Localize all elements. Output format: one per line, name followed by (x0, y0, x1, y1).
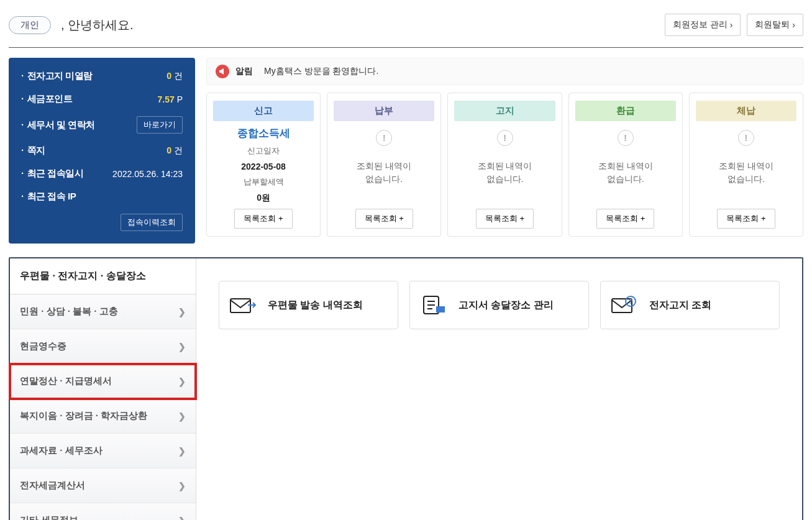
user-info-panel: 전자고지 미열람 0 건 세금포인트 7.57 P 세무서 및 연락처 바로가기… (9, 58, 195, 244)
side-item-3[interactable]: 복지이음 · 장려금 · 학자금상환 ❯ (10, 399, 196, 434)
chevron-right-icon: ❯ (178, 307, 186, 317)
side-item-label: 연말정산 · 지급명세서 (20, 375, 112, 387)
chevron-right-icon: ❯ (178, 516, 186, 521)
card-report-amount: 0원 (257, 193, 270, 204)
link-label: 전자고지 조회 (649, 299, 711, 312)
card-notice-empty: 조회된 내역이 없습니다. (478, 160, 532, 186)
chevron-right-icon: › (730, 20, 733, 30)
side-item-label: 현금영수증 (20, 340, 66, 352)
greeting-text: , 안녕하세요. (61, 17, 134, 34)
chevron-right-icon: ❯ (178, 481, 186, 491)
alert-text: My홈택스 방문을 환영합니다. (264, 66, 378, 77)
chevron-right-icon: ❯ (178, 446, 186, 456)
megaphone-icon (216, 65, 229, 78)
card-notice: 고지 ! 조회된 내역이 없습니다. 목록조회 + (447, 93, 562, 237)
card-arrears-list-button[interactable]: 목록조회 + (717, 209, 775, 229)
chevron-right-icon: ❯ (178, 376, 186, 386)
info-value-points: 7.57 (158, 94, 175, 104)
card-report-list-button[interactable]: 목록조회 + (234, 209, 292, 229)
mail-icon (229, 293, 257, 317)
login-history-button[interactable]: 접속이력조회 (121, 214, 183, 231)
summary-cards: 신고 종합소득세 신고일자 2022-05-08 납부할세액 0원 목록조회 +… (206, 93, 803, 237)
chevron-right-icon: ❯ (178, 411, 186, 421)
side-item-label: 전자세금계산서 (20, 480, 85, 491)
info-label-office: 세무서 및 연락처 (21, 119, 95, 131)
link-card-delivery[interactable]: 고지서 송달장소 관리 (409, 281, 589, 329)
side-item-label: 기타 세무정보 (20, 514, 78, 520)
office-shortcut-button[interactable]: 바로가기 (137, 116, 183, 134)
side-menu-head: 우편물 · 전자고지 · 송달장소 (10, 258, 196, 294)
card-refund-empty: 조회된 내역이 없습니다. (598, 160, 653, 186)
info-value-notices: 0 (167, 71, 171, 81)
side-item-0[interactable]: 민원 · 상담 · 불복 · 고충 ❯ (10, 294, 196, 329)
card-refund: 환급 ! 조회된 내역이 없습니다. 목록조회 + (568, 93, 683, 237)
chevron-right-icon: ❯ (178, 342, 186, 352)
card-payment-list-button[interactable]: 목록조회 + (355, 209, 413, 229)
info-label-lastip: 최근 접속 IP (21, 191, 76, 203)
card-head-refund: 환급 (575, 101, 676, 121)
manage-account-label: 회원정보 관리 (673, 19, 728, 30)
card-head-notice: 고지 (454, 101, 555, 121)
card-report-main: 종합소득세 (237, 126, 290, 140)
chevron-right-icon: › (792, 20, 795, 30)
card-arrears: 체납 ! 조회된 내역이 없습니다. 목록조회 + (689, 93, 803, 237)
side-item-label: 민원 · 상담 · 불복 · 고충 (20, 306, 118, 317)
withdraw-button[interactable]: 회원탈퇴 › (747, 14, 803, 36)
svg-rect-0 (230, 299, 250, 312)
side-item-2[interactable]: 연말정산 · 지급명세서 ❯ (10, 364, 196, 399)
card-report: 신고 종합소득세 신고일자 2022-05-08 납부할세액 0원 목록조회 + (206, 93, 321, 237)
manage-account-button[interactable]: 회원정보 관리 › (665, 14, 741, 36)
info-icon: ! (618, 130, 634, 146)
card-refund-list-button[interactable]: 목록조회 + (596, 209, 654, 229)
svg-text:?: ? (629, 298, 633, 305)
side-item-label: 과세자료 · 세무조사 (20, 445, 103, 457)
user-type-badge: 개인 (9, 16, 51, 34)
document-icon (420, 293, 447, 317)
card-head-payment: 납부 (334, 101, 434, 121)
info-label-points: 세금포인트 (21, 93, 72, 105)
side-item-5[interactable]: 전자세금계산서 ❯ (10, 468, 196, 503)
card-payment-empty: 조회된 내역이 없습니다. (357, 160, 411, 186)
alert-bar: 알림 My홈택스 방문을 환영합니다. (206, 58, 803, 85)
page-header: 개인 , 안녕하세요. 회원정보 관리 › 회원탈퇴 › (9, 9, 803, 48)
svg-rect-5 (436, 306, 445, 312)
info-label-notices: 전자고지 미열람 (21, 70, 93, 82)
card-report-date: 2022-05-08 (241, 162, 286, 171)
link-label: 고지서 송달장소 관리 (458, 299, 554, 312)
info-icon: ! (738, 130, 754, 146)
mail-search-icon: ? (611, 293, 638, 317)
side-item-4[interactable]: 과세자료 · 세무조사 ❯ (10, 434, 196, 468)
card-head-arrears: 체납 (696, 101, 796, 121)
info-label-lastlogin: 최근 접속일시 (21, 168, 83, 180)
card-head-report: 신고 (213, 101, 314, 121)
link-card-mail[interactable]: 우편물 발송 내역조회 (219, 281, 398, 329)
card-report-amountlabel: 납부할세액 (244, 176, 284, 188)
side-item-label: 복지이음 · 장려금 · 학자금상환 (20, 410, 147, 422)
alert-title: 알림 (235, 66, 253, 77)
info-value-lastlogin: 2022.05.26. 14:23 (112, 169, 183, 179)
card-report-datelabel: 신고일자 (247, 145, 280, 157)
card-payment: 납부 ! 조회된 내역이 없습니다. 목록조회 + (327, 93, 441, 237)
link-card-enotice[interactable]: ? 전자고지 조회 (600, 281, 780, 329)
link-label: 우편물 발송 내역조회 (268, 299, 363, 312)
info-icon: ! (497, 130, 513, 146)
side-menu: 우편물 · 전자고지 · 송달장소 민원 · 상담 · 불복 · 고충 ❯ 현금… (10, 258, 196, 520)
info-value-messages: 0 (167, 145, 171, 155)
side-item-6[interactable]: 기타 세무정보 ❯ (10, 503, 196, 520)
info-icon: ! (376, 130, 392, 146)
side-item-1[interactable]: 현금영수증 ❯ (10, 329, 196, 364)
card-notice-list-button[interactable]: 목록조회 + (476, 209, 534, 229)
card-arrears-empty: 조회된 내역이 없습니다. (719, 160, 773, 186)
withdraw-label: 회원탈퇴 (755, 19, 790, 30)
info-label-messages: 쪽지 (21, 145, 45, 157)
